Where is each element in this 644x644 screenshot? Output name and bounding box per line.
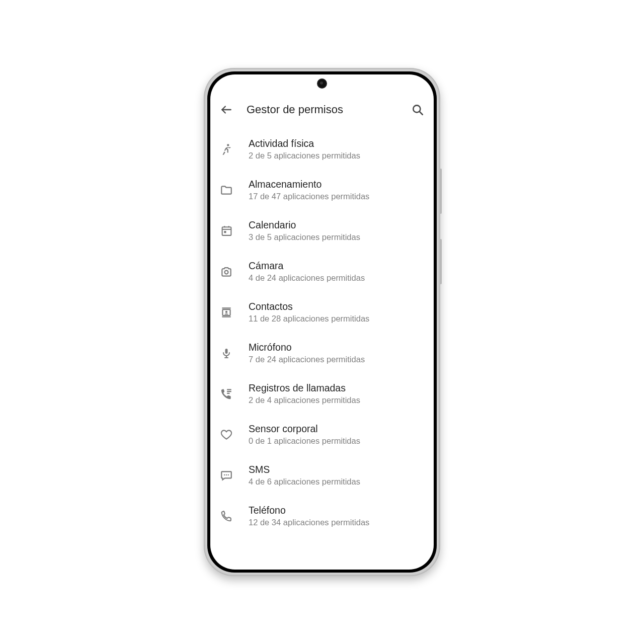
list-text: Almacenamiento 17 de 47 aplicaciones per…: [249, 179, 425, 201]
arrow-back-icon: [220, 103, 233, 116]
permission-item-telefono[interactable]: Teléfono 12 de 34 aplicaciones permitida…: [210, 496, 434, 536]
list-text: Sensor corporal 0 de 1 aplicaciones perm…: [249, 423, 425, 446]
permission-label: Almacenamiento: [249, 179, 425, 190]
permission-label: SMS: [249, 464, 425, 475]
svg-point-3: [227, 144, 229, 146]
permissions-list: Actividad física 2 de 5 aplicaciones per…: [210, 125, 434, 536]
appbar: Gestor de permisos: [210, 95, 434, 125]
permission-label: Sensor corporal: [249, 423, 425, 435]
permission-item-sms[interactable]: SMS 4 de 6 aplicaciones permitidas: [210, 455, 434, 496]
list-text: Cámara 4 de 24 aplicaciones permitidas: [249, 260, 425, 283]
phone-frame: Gestor de permisos: [204, 68, 440, 576]
page-title: Gestor de permisos: [247, 103, 397, 116]
permission-subtitle: 2 de 4 aplicaciones permitidas: [249, 395, 425, 405]
permission-item-sensor-corporal[interactable]: Sensor corporal 0 de 1 aplicaciones perm…: [210, 414, 434, 455]
svg-rect-18: [227, 391, 231, 392]
phone-bezel: Gestor de permisos: [207, 71, 437, 573]
svg-point-20: [224, 474, 225, 475]
screen: Gestor de permisos: [210, 74, 434, 570]
run-icon: [219, 142, 233, 156]
search-icon: [411, 103, 424, 116]
permission-item-camara[interactable]: Cámara 4 de 24 aplicaciones permitidas: [210, 251, 434, 292]
permission-subtitle: 3 de 5 aplicaciones permitidas: [249, 232, 425, 242]
permission-item-microfono[interactable]: Micrófono 7 de 24 aplicaciones permitida…: [210, 333, 434, 373]
permission-subtitle: 4 de 6 aplicaciones permitidas: [249, 477, 425, 487]
permission-subtitle: 7 de 24 aplicaciones permitidas: [249, 355, 425, 364]
phone-icon: [219, 509, 233, 523]
permission-label: Contactos: [249, 301, 425, 312]
svg-rect-14: [225, 349, 228, 354]
permission-label: Registros de llamadas: [249, 382, 425, 394]
microphone-icon: [219, 346, 233, 360]
permission-item-calendario[interactable]: Calendario 3 de 5 aplicaciones permitida…: [210, 210, 434, 251]
list-text: Teléfono 12 de 34 aplicaciones permitida…: [249, 505, 425, 527]
call-log-icon: [219, 387, 233, 401]
svg-point-21: [226, 474, 227, 475]
svg-rect-4: [222, 227, 231, 235]
permission-label: Cámara: [249, 260, 425, 272]
svg-rect-6: [224, 231, 226, 233]
permission-item-almacenamiento[interactable]: Almacenamiento 17 de 47 aplicaciones per…: [210, 170, 434, 210]
permission-subtitle: 17 de 47 aplicaciones permitidas: [249, 192, 425, 201]
permission-subtitle: 12 de 34 aplicaciones permitidas: [249, 518, 425, 527]
calendar-icon: [219, 224, 233, 238]
svg-point-22: [228, 474, 229, 475]
permission-item-registros-llamadas[interactable]: Registros de llamadas 2 de 4 aplicacione…: [210, 373, 434, 414]
permission-label: Calendario: [249, 219, 425, 231]
sms-icon: [219, 468, 233, 482]
camera-notch: [317, 78, 327, 89]
bottom-fade: [210, 554, 434, 570]
permission-subtitle: 4 de 24 aplicaciones permitidas: [249, 273, 425, 283]
permission-item-contactos[interactable]: Contactos 11 de 28 aplicaciones permitid…: [210, 292, 434, 333]
svg-point-12: [225, 310, 227, 312]
svg-rect-19: [227, 392, 229, 393]
permission-subtitle: 11 de 28 aplicaciones permitidas: [249, 314, 425, 324]
permission-subtitle: 2 de 5 aplicaciones permitidas: [249, 151, 425, 160]
svg-line-2: [420, 112, 423, 115]
list-text: Calendario 3 de 5 aplicaciones permitida…: [249, 219, 425, 242]
list-text: Actividad física 2 de 5 aplicaciones per…: [249, 138, 425, 160]
permission-label: Actividad física: [249, 138, 425, 149]
search-button[interactable]: [411, 103, 425, 117]
list-text: Contactos 11 de 28 aplicaciones permitid…: [249, 301, 425, 324]
svg-point-9: [225, 270, 228, 274]
svg-rect-17: [227, 389, 231, 390]
permission-label: Micrófono: [249, 342, 425, 353]
list-text: Registros de llamadas 2 de 4 aplicacione…: [249, 382, 425, 405]
folder-icon: [219, 183, 233, 197]
permission-item-actividad-fisica[interactable]: Actividad física 2 de 5 aplicaciones per…: [210, 129, 434, 170]
heart-icon: [219, 428, 233, 442]
contacts-icon: [219, 305, 233, 319]
list-text: SMS 4 de 6 aplicaciones permitidas: [249, 464, 425, 487]
list-text: Micrófono 7 de 24 aplicaciones permitida…: [249, 342, 425, 364]
camera-icon: [219, 265, 233, 279]
back-button[interactable]: [219, 103, 233, 117]
permission-subtitle: 0 de 1 aplicaciones permitidas: [249, 436, 425, 446]
permission-label: Teléfono: [249, 505, 425, 516]
